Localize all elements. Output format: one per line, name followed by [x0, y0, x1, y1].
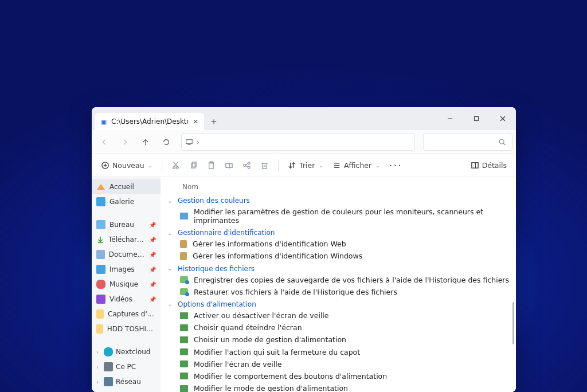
list-item[interactable]: Modifier le comportement des boutons d'a…: [161, 370, 516, 382]
rename-button[interactable]: [221, 157, 237, 174]
tab-close-icon[interactable]: ✕: [191, 117, 199, 126]
sort-indicator-icon: ⌃: [161, 177, 516, 179]
paste-button[interactable]: [204, 157, 219, 174]
chevron-down-icon[interactable]: ⌄: [167, 265, 174, 272]
group-header[interactable]: ⌄Gestion des couleurs: [161, 194, 516, 206]
sidebar-item-downloads[interactable]: Téléchargement 📌: [92, 232, 161, 247]
close-button[interactable]: [490, 107, 516, 130]
item-label: Restaurer vos fichiers à l'aide de l'His…: [194, 288, 397, 296]
cut-button[interactable]: [168, 157, 183, 174]
list-item[interactable]: Activer ou désactiver l'écran de veille: [161, 309, 516, 322]
expand-icon[interactable]: ›: [94, 349, 101, 355]
delete-button[interactable]: [257, 157, 272, 174]
sort-button[interactable]: Trier ⌄: [284, 157, 327, 174]
minimize-button[interactable]: [437, 107, 463, 130]
tab-app-icon: ▣: [100, 117, 108, 126]
videos-icon: [96, 295, 105, 304]
item-label: Modifier le mode de gestion d'alimentati…: [194, 384, 348, 392]
svg-point-22: [244, 164, 246, 167]
refresh-button[interactable]: [157, 134, 175, 151]
images-icon: [96, 265, 105, 274]
folder-icon: [96, 324, 103, 334]
chevron-down-icon[interactable]: ⌄: [167, 198, 174, 204]
svg-line-25: [246, 164, 248, 165]
svg-line-26: [246, 166, 248, 167]
list-item[interactable]: Enregistrer des copies de sauvegarde de …: [161, 274, 516, 286]
list-item[interactable]: Modifier le mode de gestion d'alimentati…: [161, 382, 516, 392]
group-header[interactable]: ⌄Historique des fichiers: [161, 262, 516, 274]
sidebar-item-desktop[interactable]: Bureau 📌: [92, 217, 161, 232]
expand-icon[interactable]: ›: [94, 379, 101, 385]
maximize-button[interactable]: [463, 107, 490, 130]
list-item[interactable]: Choisir quand éteindre l'écran: [161, 322, 516, 334]
back-button[interactable]: [95, 134, 114, 151]
explorer-window: ▣ C:\Users\Adrien\Desktop\God ✕ ＋: [92, 107, 516, 392]
svg-point-24: [248, 166, 251, 168]
group-header[interactable]: ⌄Options d'alimentation: [161, 298, 516, 309]
copy-button[interactable]: [186, 157, 201, 174]
tab-active[interactable]: ▣ C:\Users\Adrien\Desktop\God ✕: [95, 113, 204, 130]
forward-button[interactable]: [116, 134, 134, 151]
list-item[interactable]: Gérer les informations d'identification …: [161, 250, 516, 262]
chevron-down-icon: ⌄: [375, 163, 380, 168]
new-button[interactable]: Nouveau ⌄: [97, 157, 156, 174]
address-chevron-icon[interactable]: ›: [197, 138, 199, 146]
address-bar[interactable]: ›: [181, 134, 415, 151]
view-button[interactable]: Afficher ⌄: [329, 157, 383, 174]
sidebar-item-screenshots[interactable]: Captures d'écran: [92, 307, 161, 322]
download-icon: [96, 235, 104, 244]
pin-icon: 📌: [149, 252, 156, 258]
music-icon: [96, 280, 105, 289]
list-item[interactable]: Choisir un mode de gestion d'alimentatio…: [161, 334, 516, 346]
item-icon: [180, 373, 188, 379]
sidebar-item-home[interactable]: Accueil: [92, 179, 161, 194]
list-item[interactable]: Gérer les informations d'identification …: [161, 238, 516, 250]
separator: [278, 159, 279, 172]
item-icon: [180, 288, 188, 295]
details-pane-button[interactable]: Détails: [467, 157, 510, 174]
scrollbar-thumb[interactable]: [512, 302, 514, 344]
column-header-name[interactable]: Nom: [161, 179, 516, 194]
item-label: Modifier l'écran de veille: [194, 360, 281, 369]
up-button[interactable]: [136, 134, 155, 151]
sidebar-item-nextcloud[interactable]: › Nextcloud: [92, 344, 161, 359]
sidebar-item-documents[interactable]: Documents 📌: [92, 247, 161, 262]
item-label: Enregistrer des copies de sauvegarde de …: [194, 276, 509, 284]
new-tab-button[interactable]: ＋: [204, 113, 224, 130]
list-item[interactable]: Modifier l'action qui suit la fermeture …: [161, 346, 516, 358]
pc-icon: [104, 362, 113, 371]
sidebar-item-network[interactable]: › Réseau: [92, 374, 161, 389]
list-item[interactable]: Modifier l'écran de veille: [161, 358, 516, 370]
sidebar-item-thispc[interactable]: › Ce PC: [92, 359, 161, 374]
tab-bar: ▣ C:\Users\Adrien\Desktop\God ✕ ＋: [92, 107, 516, 130]
group-title: Historique des fichiers: [178, 265, 255, 273]
item-icon: [180, 213, 188, 219]
file-list[interactable]: ⌃ Nom ⌄Gestion des couleursModifier les …: [161, 177, 516, 392]
sidebar-item-gallery[interactable]: Galerie: [92, 194, 161, 209]
sidebar-item-images[interactable]: Images 📌: [92, 262, 161, 277]
chevron-down-icon: ⌄: [148, 163, 153, 168]
sidebar-item-videos[interactable]: Vidéos 📌: [92, 292, 161, 307]
sidebar-item-music[interactable]: Musique 📌: [92, 277, 161, 292]
share-button[interactable]: [239, 157, 255, 174]
list-item[interactable]: Restaurer vos fichiers à l'aide de l'His…: [161, 286, 516, 298]
svg-rect-20: [226, 164, 232, 168]
chevron-down-icon[interactable]: ⌄: [167, 301, 174, 307]
explorer-body: Accueil Galerie Bureau 📌 Téléchargement …: [92, 177, 516, 392]
expand-icon[interactable]: ›: [94, 364, 101, 370]
item-label: Choisir un mode de gestion d'alimentatio…: [194, 335, 346, 344]
item-icon: [180, 348, 188, 355]
group-header[interactable]: ⌄Gestionnaire d'identification: [161, 226, 516, 238]
more-button[interactable]: ···: [386, 157, 406, 174]
svg-rect-27: [263, 163, 267, 168]
sidebar-item-hdd[interactable]: HDD TOSHIBA MQ0: [92, 322, 161, 336]
item-label: Modifier le comportement des boutons d'a…: [194, 372, 387, 381]
nextcloud-icon: [104, 347, 113, 356]
chevron-down-icon[interactable]: ⌄: [167, 230, 174, 236]
chevron-down-icon: ⌄: [319, 163, 323, 168]
tab-title: C:\Users\Adrien\Desktop\God: [111, 117, 188, 126]
pc-icon: [185, 138, 193, 146]
svg-point-23: [248, 162, 251, 164]
list-item[interactable]: Modifier les paramètres de gestion de co…: [161, 206, 516, 226]
search-box[interactable]: [423, 134, 512, 151]
